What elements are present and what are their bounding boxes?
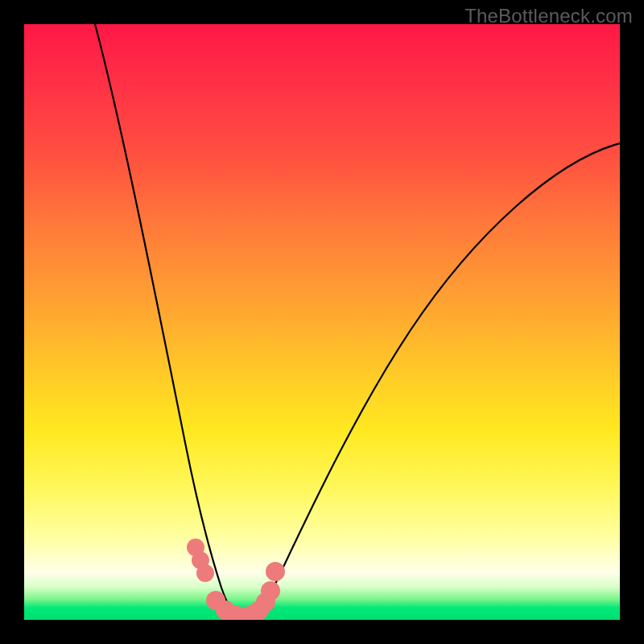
- svg-point-3: [206, 591, 225, 610]
- bottleneck-curve: [95, 24, 620, 618]
- svg-point-5: [225, 605, 245, 620]
- marker-cluster: [187, 539, 285, 620]
- plot-area: [24, 24, 620, 620]
- svg-point-9: [256, 592, 275, 612]
- curve-layer: [24, 24, 620, 620]
- svg-point-7: [242, 605, 261, 620]
- svg-point-11: [266, 562, 285, 581]
- chart-frame: TheBottleneck.com: [0, 0, 644, 644]
- svg-point-4: [216, 601, 235, 620]
- svg-point-2: [196, 564, 214, 582]
- svg-point-6: [233, 607, 253, 620]
- svg-point-1: [192, 551, 209, 569]
- svg-point-8: [250, 601, 269, 620]
- svg-point-0: [187, 539, 204, 556]
- svg-point-10: [261, 581, 280, 601]
